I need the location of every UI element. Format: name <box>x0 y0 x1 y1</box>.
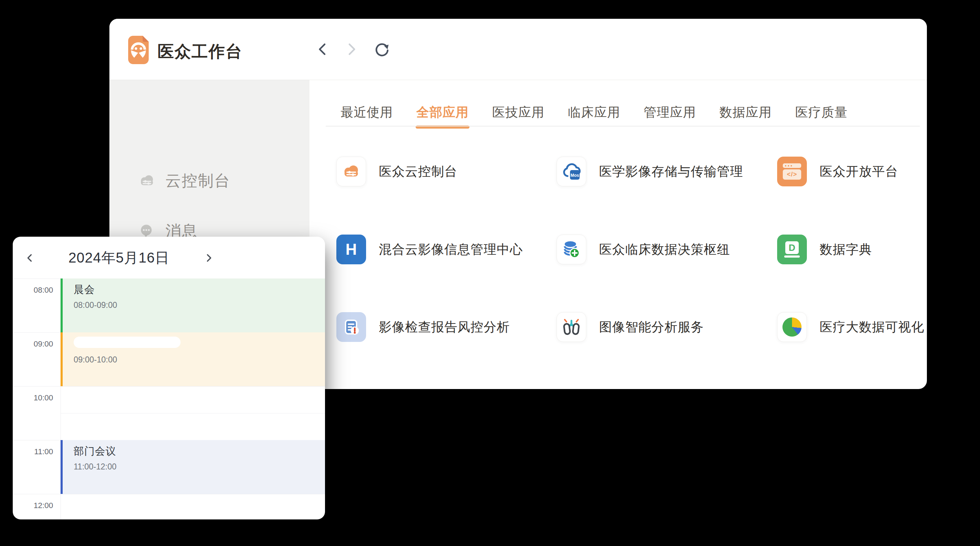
hour-line <box>13 386 325 386</box>
tab-divider <box>326 126 920 126</box>
previous-day-button[interactable] <box>22 250 38 266</box>
tab-medical-quality[interactable]: 医疗质量 <box>795 103 848 126</box>
database-plus-icon <box>562 239 581 259</box>
lungs-icon <box>562 317 581 337</box>
tab-clinical-apps[interactable]: 临床应用 <box>568 103 620 126</box>
event-time: 08:00-09:00 <box>74 300 325 310</box>
app-label: 医众云控制台 <box>379 163 457 180</box>
chevron-right-icon <box>204 253 213 263</box>
app-label: 图像智能分析服务 <box>599 319 704 336</box>
window-title: 医众工作台 <box>158 41 242 63</box>
half-hour-line <box>60 413 325 413</box>
app-label: 影像检查报告风控分析 <box>379 319 510 336</box>
time-label: 11:00 <box>13 447 53 457</box>
forward-icon <box>345 42 359 56</box>
app-label: 医众临床数据决策枢纽 <box>599 241 730 258</box>
back-icon <box>315 42 329 56</box>
refresh-button[interactable] <box>373 41 390 58</box>
dictionary-book-icon: D <box>784 241 800 258</box>
event-title: 部门会议 <box>74 444 325 458</box>
redacted-title-pill <box>74 337 181 348</box>
app-label: 医疗大数据可视化 <box>819 319 924 336</box>
app-report-risk-analysis[interactable]: 影像检查报告风控分析 <box>336 312 549 342</box>
calendar-day-view: 08:00 09:00 10:00 11:00 12:00 晨会 08:00-0… <box>13 278 325 519</box>
tab-data-apps[interactable]: 数据应用 <box>719 103 772 126</box>
tab-medtech-apps[interactable]: 医技应用 <box>492 103 544 126</box>
refresh-icon <box>373 41 390 57</box>
mos-cloud-icon: Mos <box>561 161 582 182</box>
event-morning-meeting[interactable]: 晨会 08:00-09:00 <box>60 278 325 332</box>
calendar-date: 2024年5月16日 <box>62 248 176 268</box>
app-category-tabs: 最近使用 全部应用 医技应用 临床应用 管理应用 数据应用 医疗质量 <box>340 103 848 126</box>
app-logo-icon <box>127 36 150 64</box>
app-hybrid-cloud-imaging[interactable]: H 混合云影像信息管理中心 <box>336 235 549 264</box>
forward-button[interactable] <box>343 41 360 58</box>
time-label: 09:00 <box>13 339 53 349</box>
app-label: 混合云影像信息管理中心 <box>379 241 523 258</box>
tab-all-apps[interactable]: 全部应用 <box>416 103 469 126</box>
cloud-settings-icon <box>138 171 156 190</box>
app-data-dictionary[interactable]: D 数据字典 <box>777 235 927 264</box>
back-button[interactable] <box>314 41 331 58</box>
time-label: 08:00 <box>13 286 53 295</box>
event-department-meeting[interactable]: 部门会议 11:00-12:00 <box>60 440 325 494</box>
app-image-ai-analysis[interactable]: 图像智能分析服务 <box>557 312 769 342</box>
hour-line <box>13 494 325 494</box>
event-redacted[interactable]: 09:00-10:00 <box>60 332 325 386</box>
app-cloud-console[interactable]: 医众云控制台 <box>336 156 549 186</box>
report-alert-icon <box>341 317 361 337</box>
pie-chart-icon <box>783 318 802 337</box>
letter-h-icon: H <box>345 241 357 258</box>
calendar-header: 2024年5月16日 <box>13 237 325 278</box>
sidebar-item-label: 云控制台 <box>165 171 231 192</box>
sidebar-item-cloud-console[interactable]: 云控制台 <box>110 164 309 198</box>
app-open-platform[interactable]: </> 医众开放平台 <box>777 156 927 186</box>
app-big-data-visualization[interactable]: 医疗大数据可视化 <box>777 312 927 342</box>
window-header: 医众工作台 <box>110 19 927 80</box>
open-platform-code-icon: </> <box>783 163 801 180</box>
app-label: 医众开放平台 <box>819 163 898 180</box>
svg-text:Mos: Mos <box>571 173 579 178</box>
cloud-console-icon <box>341 161 361 181</box>
app-clinical-data-hub[interactable]: 医众临床数据决策枢纽 <box>557 235 769 264</box>
next-day-button[interactable] <box>201 250 217 266</box>
app-label: 医学影像存储与传输管理 <box>599 163 743 180</box>
time-label: 12:00 <box>13 501 53 510</box>
app-label: 数据字典 <box>819 241 872 258</box>
app-image-storage-transfer[interactable]: Mos 医学影像存储与传输管理 <box>557 156 769 186</box>
event-time: 11:00-12:00 <box>74 462 325 472</box>
chevron-left-icon <box>25 253 34 263</box>
event-time: 09:00-10:00 <box>74 355 325 365</box>
event-title: 晨会 <box>74 283 325 297</box>
time-label: 10:00 <box>13 393 53 402</box>
tab-recently-used[interactable]: 最近使用 <box>340 103 393 126</box>
calendar-panel: 2024年5月16日 08:00 09:00 10:00 11:00 12:00… <box>13 237 325 519</box>
tab-management-apps[interactable]: 管理应用 <box>644 103 696 126</box>
